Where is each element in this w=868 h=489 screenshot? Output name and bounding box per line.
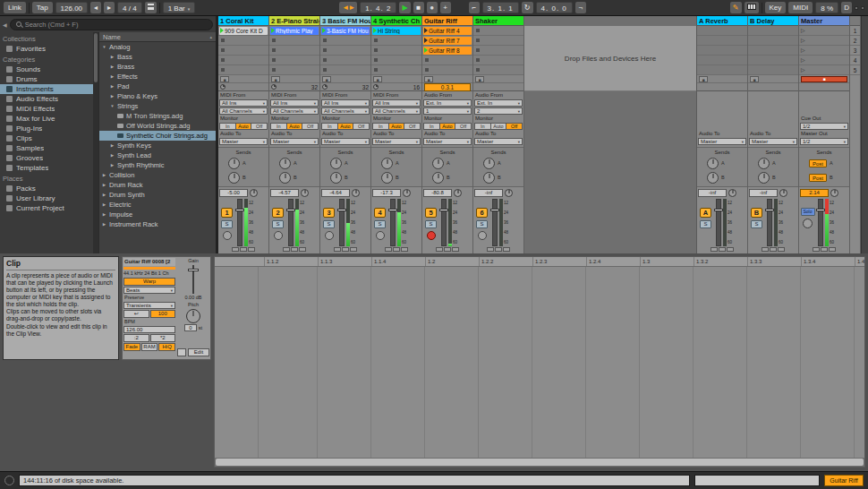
edit-button[interactable]: Edit — [188, 348, 209, 356]
scene-number[interactable]: 2 — [850, 36, 860, 46]
clip-slot[interactable] — [371, 36, 421, 46]
scene-slot[interactable]: ▷ — [799, 46, 849, 56]
chevron-right-icon[interactable]: ▶ — [101, 183, 107, 187]
crossfade-assign[interactable] — [401, 247, 408, 252]
drop-zone[interactable]: Drop Files and Devices Here — [524, 16, 697, 253]
send-knob-b[interactable] — [330, 172, 342, 184]
tree-item-electric[interactable]: ▶Electric — [99, 200, 216, 210]
send-knob-b[interactable] — [279, 172, 291, 184]
input-routing-select[interactable]: All Ins▾ — [219, 99, 268, 107]
monitor-auto-button[interactable]: Auto — [236, 123, 252, 130]
input-routing-select[interactable]: All Ins▾ — [321, 99, 370, 107]
scene-number[interactable]: 3 — [850, 46, 860, 56]
draw-mode-button[interactable]: ✎ — [730, 2, 742, 13]
clip-launch-icon[interactable] — [424, 47, 428, 53]
crossfade-assign[interactable] — [813, 247, 820, 252]
send-knob-a[interactable] — [483, 158, 495, 169]
clip-slot[interactable] — [473, 36, 523, 46]
monitor-in-button[interactable]: In — [372, 123, 389, 130]
gain-slider[interactable] — [186, 265, 200, 294]
clip-launch-icon[interactable] — [373, 28, 377, 33]
track-stop-button[interactable]: ■ — [322, 76, 331, 82]
crossfade-assign[interactable] — [444, 247, 451, 252]
clip-stop-icon[interactable] — [221, 68, 225, 72]
tree-item-drum-synth[interactable]: ▶Drum Synth — [99, 190, 216, 200]
arm-button[interactable] — [223, 231, 232, 240]
send-knob-a[interactable] — [330, 158, 342, 169]
tree-item-synthetic-choir-strings-adg[interactable]: Synthetic Choir Strings.adg — [99, 131, 216, 141]
solo-button[interactable]: S — [374, 220, 386, 228]
crossfade-assign[interactable] — [711, 247, 718, 252]
sidebar-item-samples[interactable]: Samples — [0, 143, 93, 153]
pan-knob[interactable] — [403, 189, 411, 197]
scene-launch-icon[interactable]: ▷ — [801, 57, 805, 63]
output-routing-select[interactable]: Master▾ — [749, 138, 797, 145]
pan-knob[interactable] — [301, 189, 309, 197]
track-stop-button[interactable]: ■ — [424, 76, 433, 82]
fader-handle[interactable] — [765, 209, 774, 211]
pan-knob[interactable] — [352, 189, 360, 197]
record-button[interactable]: ● — [427, 2, 438, 13]
clip-slot[interactable] — [320, 65, 370, 75]
stop-button[interactable]: ■ — [413, 2, 424, 13]
track-activator[interactable]: A — [700, 208, 711, 218]
crossfade-assign[interactable] — [719, 247, 726, 252]
track-stop-button[interactable]: ■ — [475, 76, 484, 82]
chevron-right-icon[interactable]: ▶ — [109, 55, 115, 59]
computer-midi-keyboard-button[interactable] — [745, 2, 759, 13]
volume-display[interactable]: -80.8 — [423, 189, 452, 197]
solo-button[interactable]: S — [323, 220, 335, 228]
monitor-in-button[interactable]: In — [423, 123, 440, 130]
punch-out-button[interactable]: ¬ — [575, 2, 586, 13]
input-channel-select[interactable]: All Channels▾ — [270, 107, 319, 115]
volume-fader[interactable] — [818, 199, 823, 246]
track-stop-button[interactable]: ■ — [373, 76, 382, 82]
track-stop-button[interactable]: ■ — [699, 76, 708, 82]
send-knob-a[interactable] — [381, 158, 393, 169]
fade-toggle[interactable]: Fade — [123, 343, 140, 351]
clip-stop-icon[interactable] — [272, 68, 276, 72]
loop-start-display[interactable]: 3. 1. 1 — [482, 2, 519, 13]
clip-launch-icon[interactable] — [322, 28, 326, 33]
input-routing-select[interactable]: All Ins▾ — [372, 99, 421, 107]
track-activator[interactable]: 6 — [476, 208, 488, 218]
volume-display[interactable]: -inf — [749, 189, 778, 197]
fader-handle[interactable] — [235, 209, 244, 211]
monitor-off-button[interactable]: Off — [302, 123, 319, 130]
session-clip[interactable]: Hi String — [372, 27, 421, 35]
chevron-right-icon[interactable]: ▶ — [101, 202, 107, 207]
warp-toggle[interactable]: Warp — [123, 278, 175, 286]
input-routing-select[interactable]: Ext. In▾ — [423, 99, 472, 107]
clip-slot[interactable] — [218, 36, 268, 46]
clip-slot[interactable] — [473, 46, 523, 56]
send-knob-b[interactable] — [228, 172, 240, 184]
send-knob-a[interactable] — [279, 158, 291, 169]
time-signature-display[interactable]: 4 / 4 — [117, 2, 142, 13]
scene-number[interactable]: 1 — [850, 26, 860, 36]
clip-launch-icon[interactable] — [220, 28, 224, 33]
tree-item-effects[interactable]: ▶Effects — [99, 72, 216, 82]
volume-display[interactable]: -5.00 — [219, 189, 248, 197]
tree-item-collision[interactable]: ▶Collision — [99, 170, 216, 180]
track-header[interactable]: 1 Coral Kit — [218, 16, 268, 26]
crossfade-assign[interactable] — [334, 247, 341, 252]
monitor-off-button[interactable]: Off — [353, 123, 370, 130]
monitor-in-button[interactable]: In — [474, 123, 491, 130]
track-stop-button[interactable]: ■ — [220, 76, 229, 82]
search-input[interactable]: Search (Cmd + F) — [10, 19, 213, 30]
send-knob-a[interactable] — [432, 158, 444, 169]
crossfade-assign[interactable] — [829, 247, 836, 252]
chevron-right-icon[interactable]: ▶ — [101, 222, 107, 227]
volume-display[interactable]: -4.64 — [321, 189, 350, 197]
fader-handle[interactable] — [490, 209, 499, 211]
sample-editor-icon[interactable] — [177, 348, 186, 356]
clip-slot[interactable] — [269, 36, 319, 46]
clip-stop-icon[interactable] — [476, 58, 480, 62]
beat-ruler[interactable]: 1.1.21.1.31.1.41.21.2.21.2.31.2.41.31.3.… — [215, 257, 864, 267]
scene-number[interactable]: 5 — [850, 65, 860, 75]
arm-button[interactable] — [427, 231, 436, 240]
crossfade-assign[interactable] — [283, 247, 290, 252]
input-channel-select[interactable]: All Channels▾ — [372, 107, 421, 115]
solo-button[interactable]: S — [476, 220, 488, 228]
crossfade-assign[interactable] — [350, 247, 357, 252]
